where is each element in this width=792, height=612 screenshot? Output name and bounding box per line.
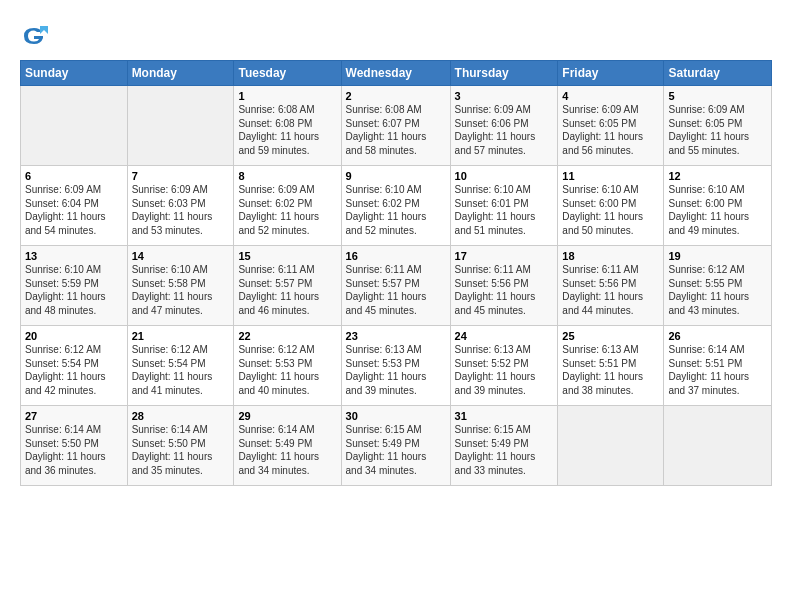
day-info: Sunrise: 6:14 AMSunset: 5:50 PMDaylight:… (132, 423, 230, 477)
calendar-cell: 14Sunrise: 6:10 AMSunset: 5:58 PMDayligh… (127, 246, 234, 326)
logo-icon (20, 22, 48, 50)
day-number: 17 (455, 250, 554, 262)
day-info: Sunrise: 6:10 AMSunset: 6:00 PMDaylight:… (562, 183, 659, 237)
calendar-cell: 7Sunrise: 6:09 AMSunset: 6:03 PMDaylight… (127, 166, 234, 246)
day-number: 30 (346, 410, 446, 422)
day-info: Sunrise: 6:08 AMSunset: 6:08 PMDaylight:… (238, 103, 336, 157)
day-number: 5 (668, 90, 767, 102)
calendar-cell: 26Sunrise: 6:14 AMSunset: 5:51 PMDayligh… (664, 326, 772, 406)
day-info: Sunrise: 6:13 AMSunset: 5:52 PMDaylight:… (455, 343, 554, 397)
day-info: Sunrise: 6:11 AMSunset: 5:56 PMDaylight:… (562, 263, 659, 317)
calendar-cell (21, 86, 128, 166)
day-info: Sunrise: 6:09 AMSunset: 6:05 PMDaylight:… (562, 103, 659, 157)
day-info: Sunrise: 6:10 AMSunset: 5:59 PMDaylight:… (25, 263, 123, 317)
calendar-cell: 16Sunrise: 6:11 AMSunset: 5:57 PMDayligh… (341, 246, 450, 326)
calendar-cell: 2Sunrise: 6:08 AMSunset: 6:07 PMDaylight… (341, 86, 450, 166)
calendar-table: SundayMondayTuesdayWednesdayThursdayFrid… (20, 60, 772, 486)
day-info: Sunrise: 6:08 AMSunset: 6:07 PMDaylight:… (346, 103, 446, 157)
day-number: 27 (25, 410, 123, 422)
day-number: 13 (25, 250, 123, 262)
day-number: 21 (132, 330, 230, 342)
calendar-cell: 15Sunrise: 6:11 AMSunset: 5:57 PMDayligh… (234, 246, 341, 326)
day-number: 26 (668, 330, 767, 342)
calendar-cell: 21Sunrise: 6:12 AMSunset: 5:54 PMDayligh… (127, 326, 234, 406)
calendar-cell: 30Sunrise: 6:15 AMSunset: 5:49 PMDayligh… (341, 406, 450, 486)
day-info: Sunrise: 6:09 AMSunset: 6:05 PMDaylight:… (668, 103, 767, 157)
day-info: Sunrise: 6:09 AMSunset: 6:02 PMDaylight:… (238, 183, 336, 237)
calendar-cell: 5Sunrise: 6:09 AMSunset: 6:05 PMDaylight… (664, 86, 772, 166)
day-info: Sunrise: 6:10 AMSunset: 6:00 PMDaylight:… (668, 183, 767, 237)
calendar-cell: 1Sunrise: 6:08 AMSunset: 6:08 PMDaylight… (234, 86, 341, 166)
day-info: Sunrise: 6:14 AMSunset: 5:49 PMDaylight:… (238, 423, 336, 477)
calendar-cell: 9Sunrise: 6:10 AMSunset: 6:02 PMDaylight… (341, 166, 450, 246)
day-number: 8 (238, 170, 336, 182)
day-number: 12 (668, 170, 767, 182)
day-number: 25 (562, 330, 659, 342)
day-info: Sunrise: 6:12 AMSunset: 5:55 PMDaylight:… (668, 263, 767, 317)
calendar-cell: 4Sunrise: 6:09 AMSunset: 6:05 PMDaylight… (558, 86, 664, 166)
calendar-cell: 3Sunrise: 6:09 AMSunset: 6:06 PMDaylight… (450, 86, 558, 166)
calendar-cell: 24Sunrise: 6:13 AMSunset: 5:52 PMDayligh… (450, 326, 558, 406)
day-info: Sunrise: 6:11 AMSunset: 5:56 PMDaylight:… (455, 263, 554, 317)
day-info: Sunrise: 6:11 AMSunset: 5:57 PMDaylight:… (346, 263, 446, 317)
weekday-header-sunday: Sunday (21, 61, 128, 86)
calendar-cell: 25Sunrise: 6:13 AMSunset: 5:51 PMDayligh… (558, 326, 664, 406)
day-number: 1 (238, 90, 336, 102)
calendar-cell (558, 406, 664, 486)
day-info: Sunrise: 6:15 AMSunset: 5:49 PMDaylight:… (346, 423, 446, 477)
page: SundayMondayTuesdayWednesdayThursdayFrid… (0, 0, 792, 496)
day-info: Sunrise: 6:09 AMSunset: 6:03 PMDaylight:… (132, 183, 230, 237)
weekday-header-tuesday: Tuesday (234, 61, 341, 86)
day-number: 15 (238, 250, 336, 262)
calendar-cell: 29Sunrise: 6:14 AMSunset: 5:49 PMDayligh… (234, 406, 341, 486)
day-number: 11 (562, 170, 659, 182)
day-info: Sunrise: 6:12 AMSunset: 5:54 PMDaylight:… (25, 343, 123, 397)
day-number: 19 (668, 250, 767, 262)
day-info: Sunrise: 6:14 AMSunset: 5:51 PMDaylight:… (668, 343, 767, 397)
weekday-header-saturday: Saturday (664, 61, 772, 86)
day-info: Sunrise: 6:12 AMSunset: 5:53 PMDaylight:… (238, 343, 336, 397)
weekday-header-friday: Friday (558, 61, 664, 86)
calendar-cell: 22Sunrise: 6:12 AMSunset: 5:53 PMDayligh… (234, 326, 341, 406)
day-info: Sunrise: 6:09 AMSunset: 6:04 PMDaylight:… (25, 183, 123, 237)
calendar-cell: 13Sunrise: 6:10 AMSunset: 5:59 PMDayligh… (21, 246, 128, 326)
calendar-cell: 12Sunrise: 6:10 AMSunset: 6:00 PMDayligh… (664, 166, 772, 246)
day-info: Sunrise: 6:11 AMSunset: 5:57 PMDaylight:… (238, 263, 336, 317)
day-number: 7 (132, 170, 230, 182)
calendar-cell: 10Sunrise: 6:10 AMSunset: 6:01 PMDayligh… (450, 166, 558, 246)
day-info: Sunrise: 6:15 AMSunset: 5:49 PMDaylight:… (455, 423, 554, 477)
day-number: 22 (238, 330, 336, 342)
calendar-cell: 19Sunrise: 6:12 AMSunset: 5:55 PMDayligh… (664, 246, 772, 326)
calendar-cell: 27Sunrise: 6:14 AMSunset: 5:50 PMDayligh… (21, 406, 128, 486)
header (20, 18, 772, 50)
weekday-header-thursday: Thursday (450, 61, 558, 86)
weekday-header-monday: Monday (127, 61, 234, 86)
day-number: 28 (132, 410, 230, 422)
calendar-cell: 6Sunrise: 6:09 AMSunset: 6:04 PMDaylight… (21, 166, 128, 246)
calendar-cell: 20Sunrise: 6:12 AMSunset: 5:54 PMDayligh… (21, 326, 128, 406)
calendar-cell: 11Sunrise: 6:10 AMSunset: 6:00 PMDayligh… (558, 166, 664, 246)
day-info: Sunrise: 6:10 AMSunset: 5:58 PMDaylight:… (132, 263, 230, 317)
day-info: Sunrise: 6:13 AMSunset: 5:51 PMDaylight:… (562, 343, 659, 397)
calendar-cell (664, 406, 772, 486)
week-row-1: 1Sunrise: 6:08 AMSunset: 6:08 PMDaylight… (21, 86, 772, 166)
day-number: 23 (346, 330, 446, 342)
day-number: 20 (25, 330, 123, 342)
day-number: 4 (562, 90, 659, 102)
calendar-cell: 8Sunrise: 6:09 AMSunset: 6:02 PMDaylight… (234, 166, 341, 246)
day-number: 14 (132, 250, 230, 262)
day-number: 9 (346, 170, 446, 182)
day-info: Sunrise: 6:14 AMSunset: 5:50 PMDaylight:… (25, 423, 123, 477)
day-info: Sunrise: 6:13 AMSunset: 5:53 PMDaylight:… (346, 343, 446, 397)
day-number: 2 (346, 90, 446, 102)
day-info: Sunrise: 6:09 AMSunset: 6:06 PMDaylight:… (455, 103, 554, 157)
logo (20, 22, 52, 50)
weekday-header-wednesday: Wednesday (341, 61, 450, 86)
day-info: Sunrise: 6:10 AMSunset: 6:02 PMDaylight:… (346, 183, 446, 237)
calendar-cell: 23Sunrise: 6:13 AMSunset: 5:53 PMDayligh… (341, 326, 450, 406)
day-info: Sunrise: 6:10 AMSunset: 6:01 PMDaylight:… (455, 183, 554, 237)
day-number: 24 (455, 330, 554, 342)
day-number: 16 (346, 250, 446, 262)
calendar-cell: 17Sunrise: 6:11 AMSunset: 5:56 PMDayligh… (450, 246, 558, 326)
calendar-cell: 18Sunrise: 6:11 AMSunset: 5:56 PMDayligh… (558, 246, 664, 326)
